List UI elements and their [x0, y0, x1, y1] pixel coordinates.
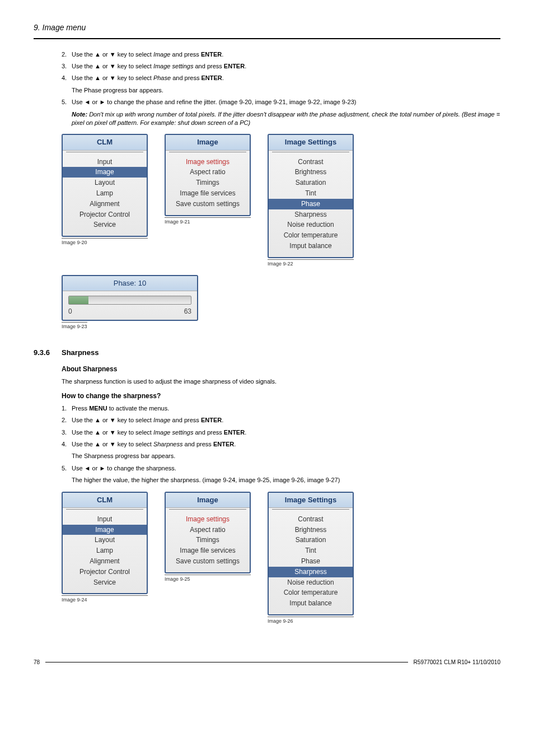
image-menu-2: Image Image settingsAspect ratioTimingsI…: [165, 492, 251, 573]
step-4: 4. Use the ▲ or ▼ key to select Phase an…: [62, 74, 500, 82]
clm-menu-2: CLM InputImageLayoutLampAlignmentProject…: [62, 492, 148, 595]
image-settings-menu-2: Image Settings ContrastBrightnessSaturat…: [268, 492, 354, 615]
menu-item: Timings: [172, 178, 243, 188]
about-sharpness-text: The sharpness function is used to adjust…: [62, 377, 500, 386]
caption-9-23: Image 9-23: [62, 322, 87, 330]
menu-item: Service: [69, 577, 140, 588]
menu-item: Noise reduction: [275, 577, 346, 588]
menu-item: Contrast: [275, 157, 346, 167]
menu-item: Lamp: [69, 545, 140, 556]
menu-item: Contrast: [275, 514, 346, 525]
menu-item: Save custom settings: [172, 556, 243, 567]
step-3: 3. Use the ▲ or ▼ key to select Image se…: [62, 62, 500, 71]
menu-item: Phase: [275, 556, 346, 567]
progress-bar: [68, 296, 191, 305]
progress-min: 0: [68, 307, 72, 316]
caption-9-26: Image 9-26: [268, 617, 354, 625]
main-content: 2. Use the ▲ or ▼ key to select Image an…: [62, 50, 500, 625]
image-menu-1: Image Image settingsAspect ratioTimingsI…: [165, 134, 251, 216]
doc-id: R59770021 CLM R10+ 11/10/2010: [414, 659, 500, 666]
step-5: 5. Use ◄ or ► to change the phase and re…: [62, 98, 500, 106]
menu-item: Image: [63, 167, 147, 178]
menu-item: Phase: [269, 199, 353, 209]
menu-item: Image: [63, 525, 147, 535]
phase-progress-box: Phase: 10 0 63: [62, 275, 198, 321]
screens-row-1: CLM InputImageLayoutLampAlignmentProject…: [62, 134, 500, 267]
menu-item: Image file services: [172, 188, 243, 199]
menu-item: Aspect ratio: [172, 167, 243, 178]
caption-9-24: Image 9-24: [62, 595, 148, 604]
menu-item: Layout: [69, 178, 140, 188]
image-settings-menu-1: Image Settings ContrastBrightnessSaturat…: [268, 134, 354, 258]
section-header: 9. Image menu: [34, 22, 500, 34]
menu-item: Save custom settings: [172, 199, 243, 209]
menu-item: Alignment: [69, 556, 140, 567]
clm-menu-1: CLM InputImageLayoutLampAlignmentProject…: [62, 134, 148, 237]
step-2: 2. Use the ▲ or ▼ key to select Image an…: [62, 50, 500, 59]
menu-item: Imput balance: [275, 241, 346, 251]
progress-max: 63: [184, 307, 191, 316]
menu-item: Projector Control: [69, 567, 140, 577]
menu-item: Noise reduction: [275, 220, 346, 230]
b-step-3: 3. Use the ▲ or ▼ key to select Image se…: [62, 428, 500, 437]
menu-item: Image file services: [172, 545, 243, 556]
menu-item: Sharpness: [275, 209, 346, 220]
menu-item: Imput balance: [275, 598, 346, 609]
screens-row-2: CLM InputImageLayoutLampAlignmentProject…: [62, 492, 500, 625]
b-step-5-sub: The higher the value, the higher the sha…: [72, 476, 500, 484]
menu-item: Sharpness: [269, 567, 353, 577]
note-block: Note: Don't mix up with wrong number of …: [72, 110, 500, 128]
menu-item: Input: [69, 157, 140, 167]
page-number: 78: [34, 659, 40, 666]
footer-rule: [45, 662, 407, 663]
menu-item: Brightness: [275, 167, 346, 178]
step-4-sub: The Phase progress bar appears.: [72, 86, 500, 95]
menu-item: Image settings: [172, 514, 243, 525]
b-step-2: 2. Use the ▲ or ▼ key to select Image an…: [62, 416, 500, 424]
progress-fill: [69, 296, 88, 304]
menu-item: Tint: [275, 545, 346, 556]
about-sharpness-heading: About Sharpness: [62, 365, 500, 374]
section-9-3-6: 9.3.6Sharpness: [34, 348, 500, 358]
menu-item: Color temperature: [275, 230, 346, 241]
header-rule: [34, 38, 500, 39]
b-step-1: 1. Press MENU to activate the menus.: [62, 404, 500, 413]
b-step-5: 5. Use ◄ or ► to change the sharpness.: [62, 464, 500, 473]
caption-9-22: Image 9-22: [268, 259, 354, 268]
caption-9-25: Image 9-25: [165, 575, 251, 583]
menu-item: Alignment: [69, 199, 140, 209]
menu-item: Layout: [69, 535, 140, 545]
menu-item: Lamp: [69, 188, 140, 199]
menu-item: Color temperature: [275, 587, 346, 598]
menu-item: Projector Control: [69, 209, 140, 220]
menu-item: Aspect ratio: [172, 525, 243, 535]
caption-9-20: Image 9-20: [62, 238, 148, 246]
b-step-4: 4. Use the ▲ or ▼ key to select Sharpnes…: [62, 440, 500, 449]
menu-item: Image settings: [172, 157, 243, 167]
menu-item: Saturation: [275, 178, 346, 188]
menu-item: Input: [69, 514, 140, 525]
menu-item: Brightness: [275, 525, 346, 535]
caption-9-21: Image 9-21: [165, 217, 251, 226]
b-step-4-sub: The Sharpness progress bar appears.: [72, 452, 500, 460]
footer: 78 R59770021 CLM R10+ 11/10/2010: [34, 659, 500, 666]
how-to-heading: How to change the sharpness?: [62, 391, 500, 401]
menu-item: Saturation: [275, 535, 346, 545]
menu-item: Service: [69, 220, 140, 230]
menu-item: Tint: [275, 188, 346, 199]
menu-item: Timings: [172, 535, 243, 545]
